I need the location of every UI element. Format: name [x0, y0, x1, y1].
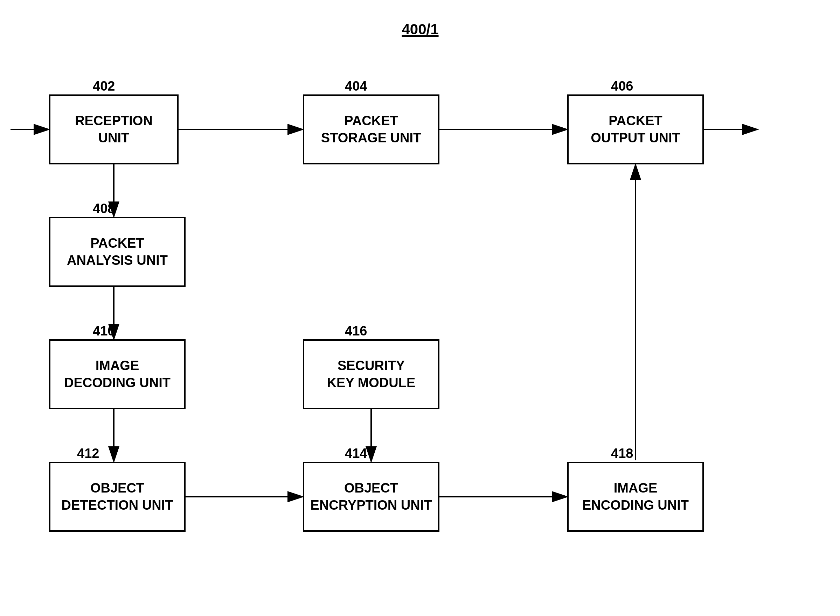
ref-402: 402 — [93, 79, 115, 94]
image-decoding-unit-box: IMAGEDECODING UNIT — [49, 339, 185, 409]
object-encryption-unit-box: OBJECTENCRYPTION UNIT — [303, 462, 440, 532]
ref-410: 410 — [93, 324, 115, 339]
ref-414: 414 — [345, 446, 367, 461]
object-detection-unit-label: OBJECTDETECTION UNIT — [62, 480, 173, 514]
ref-418: 418 — [611, 446, 633, 461]
object-detection-unit-box: OBJECTDETECTION UNIT — [49, 462, 185, 532]
reception-unit-label: RECEPTIONUNIT — [75, 112, 153, 147]
image-encoding-unit-label: IMAGEENCODING UNIT — [582, 480, 689, 514]
image-decoding-unit-label: IMAGEDECODING UNIT — [64, 357, 171, 392]
security-key-module-label: SECURITYKEY MODULE — [327, 357, 416, 392]
object-encryption-unit-label: OBJECTENCRYPTION UNIT — [310, 480, 432, 514]
image-encoding-unit-box: IMAGEENCODING UNIT — [567, 462, 704, 532]
diagram: 400/1 402 404 406 408 410 416 412 414 41… — [0, 0, 840, 616]
security-key-module-box: SECURITYKEY MODULE — [303, 339, 440, 409]
packet-storage-unit-label: PACKETSTORAGE UNIT — [321, 112, 421, 147]
ref-408: 408 — [93, 201, 115, 216]
reception-unit-box: RECEPTIONUNIT — [49, 94, 179, 164]
ref-404: 404 — [345, 79, 367, 94]
ref-412: 412 — [77, 446, 99, 461]
ref-416: 416 — [345, 324, 367, 339]
packet-storage-unit-box: PACKETSTORAGE UNIT — [303, 94, 440, 164]
packet-analysis-unit-box: PACKETANALYSIS UNIT — [49, 217, 185, 287]
packet-output-unit-box: PACKETOUTPUT UNIT — [567, 94, 704, 164]
packet-analysis-unit-label: PACKETANALYSIS UNIT — [67, 235, 168, 269]
ref-406: 406 — [611, 79, 633, 94]
packet-output-unit-label: PACKETOUTPUT UNIT — [591, 112, 680, 147]
diagram-title: 400/1 — [385, 21, 455, 38]
